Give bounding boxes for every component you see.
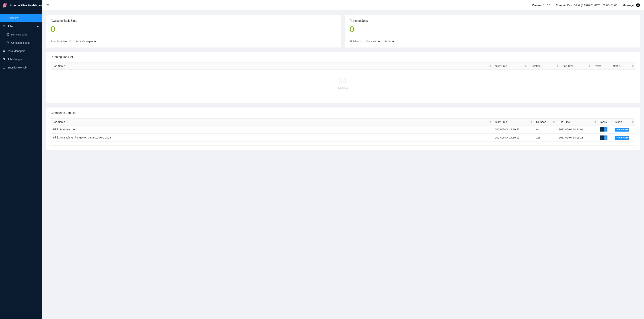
build-icon (2, 58, 6, 61)
sort-icon (489, 121, 491, 123)
col-tasks[interactable]: Tasks (598, 119, 613, 126)
sidebar-item-jobs[interactable]: Jobs (0, 22, 42, 31)
canceled-label: Canceled (366, 40, 378, 43)
cell-end-time: 2023-05-04 14:21:04 (556, 126, 598, 134)
divider (553, 4, 553, 7)
menu-fold-icon[interactable] (46, 4, 50, 7)
cell-start-time: 2023-05-04 14:19:11 (493, 134, 534, 142)
sidebar-menu: Overview Jobs Running (0, 11, 42, 72)
svg-point-1 (5, 3, 7, 6)
sort-icon (525, 65, 527, 67)
sidebar-item-label: Overview (8, 17, 18, 20)
sidebar-item-label: Completed Jobs (11, 41, 30, 44)
table-row[interactable]: Flink Java Job at Thu May 04 08:49:10 UT… (51, 134, 635, 142)
canceled-value: 0 (378, 40, 380, 43)
divider (382, 40, 382, 43)
completed-jobs-table: Job Name Start Time Duration End Time Ta… (50, 118, 636, 142)
version-label: Version: (532, 4, 542, 7)
cell-tasks: 3 3 (598, 134, 613, 142)
panel-running-job-list: Running Job List Job Name Start Time Dur… (46, 52, 640, 103)
col-tasks[interactable]: Tasks (592, 63, 611, 70)
sidebar-submenu-jobs: Jobs Running Jobs Completed Job (0, 22, 42, 47)
message-count-badge[interactable]: 0 (636, 4, 640, 7)
sort-icon (489, 65, 491, 67)
empty-state: No Data (51, 70, 635, 95)
sidebar-item-completed-jobs[interactable]: Completed Jobs (0, 39, 42, 47)
col-duration[interactable]: Duration (534, 119, 556, 126)
col-status[interactable]: Status (613, 119, 635, 126)
col-start-time[interactable]: Start Time (493, 63, 528, 70)
sidebar-item-label: Job Manager (8, 58, 23, 61)
sort-icon (589, 65, 590, 67)
status-badge: FINISHED (615, 136, 630, 140)
cell-start-time: 2023-05-04 14:20:56 (493, 126, 534, 134)
col-status[interactable]: Status (611, 63, 635, 70)
col-job-name[interactable]: Job Name (51, 119, 493, 126)
divider (620, 4, 620, 7)
app-title: Apache Flink Dashboard (10, 4, 43, 7)
divider (73, 40, 74, 43)
task-managers-value: 0 (94, 40, 96, 43)
col-start-time[interactable]: Start Time (493, 119, 534, 126)
cell-duration: 12s (534, 134, 556, 142)
cell-status: FINISHED (613, 134, 635, 142)
divider (50, 145, 636, 146)
cell-job-name: Flink Java Job at Thu May 04 08:49:10 UT… (51, 134, 493, 142)
col-end-time[interactable]: End Time (556, 119, 598, 126)
sidebar-item-running-jobs[interactable]: Running Jobs (0, 31, 42, 39)
sidebar-item-overview[interactable]: Overview (0, 14, 42, 22)
sidebar-item-label: Task Managers (8, 50, 25, 53)
col-end-time[interactable]: End Time (560, 63, 592, 70)
dashboard-icon (2, 17, 6, 20)
flink-logo-icon (2, 3, 8, 8)
svg-point-4 (4, 4, 4, 5)
sidebar-item-submit-new-job[interactable]: Submit New Job (0, 64, 42, 72)
col-duration[interactable]: Duration (528, 63, 560, 70)
sort-icon (632, 121, 634, 123)
divider (364, 40, 364, 43)
sidebar-item-label: Jobs (8, 25, 13, 28)
sidebar-item-task-managers[interactable]: Task Managers (0, 47, 42, 55)
check-circle-icon (6, 41, 9, 44)
failed-label: Failed (384, 40, 392, 43)
message-label: Message: (623, 4, 635, 7)
empty-text: No Data (51, 87, 635, 90)
available-slots-value: 0 (50, 24, 336, 37)
cell-tasks: 2 2 (598, 126, 613, 134)
task-badges: 2 2 (600, 127, 608, 132)
sort-icon (632, 65, 634, 67)
card-running-jobs: Running Jobs 0 Finished2 Canceled0 Faile… (345, 15, 640, 48)
topbar-info: Version: 1.16.0 Commit: DeadD0d0 @ 1970-… (532, 4, 640, 7)
sidebar-item-job-manager[interactable]: Job Manager (0, 55, 42, 64)
content: Available Task Slots 0 Total Task Slots0… (42, 11, 644, 319)
empty-box-icon (338, 77, 348, 84)
bars-icon (2, 25, 6, 28)
chevron-up-icon (36, 25, 39, 28)
sidebar: Apache Flink Dashboard Overview Jobs (0, 0, 42, 319)
panel-title: Running Job List (46, 52, 640, 61)
main: Version: 1.16.0 Commit: DeadD0d0 @ 1970-… (42, 0, 644, 319)
card-title: Running Jobs (350, 19, 636, 23)
schedule-icon (2, 50, 6, 53)
play-circle-icon (6, 33, 9, 36)
task-managers-label: Task Managers (76, 40, 94, 43)
total-slots-value: 0 (70, 40, 71, 43)
status-badge: FINISHED (615, 128, 630, 132)
cell-end-time: 2023-05-04 14:19:23 (556, 134, 598, 142)
sidebar-header: Apache Flink Dashboard (0, 0, 42, 11)
task-badge-finished: 2 (604, 127, 608, 132)
panel-completed-job-list: Completed Job List Job Name Start Time D… (46, 108, 640, 150)
task-badges: 3 3 (600, 136, 608, 140)
upload-icon (2, 66, 6, 69)
col-job-name[interactable]: Job Name (51, 63, 493, 70)
panel-title: Completed Job List (46, 108, 640, 117)
task-badge-total: 2 (600, 127, 604, 132)
sidebar-item-label: Submit New Job (8, 66, 26, 69)
sidebar-item-label: Running Jobs (11, 33, 27, 36)
finished-value: 2 (360, 40, 362, 43)
failed-value: 0 (392, 40, 394, 43)
svg-point-2 (4, 6, 6, 7)
finished-label: Finished (350, 40, 360, 43)
table-row[interactable]: Flink Streaming Job 2023-05-04 14:20:56 … (51, 126, 635, 134)
total-slots-label: Total Task Slots (50, 40, 69, 43)
